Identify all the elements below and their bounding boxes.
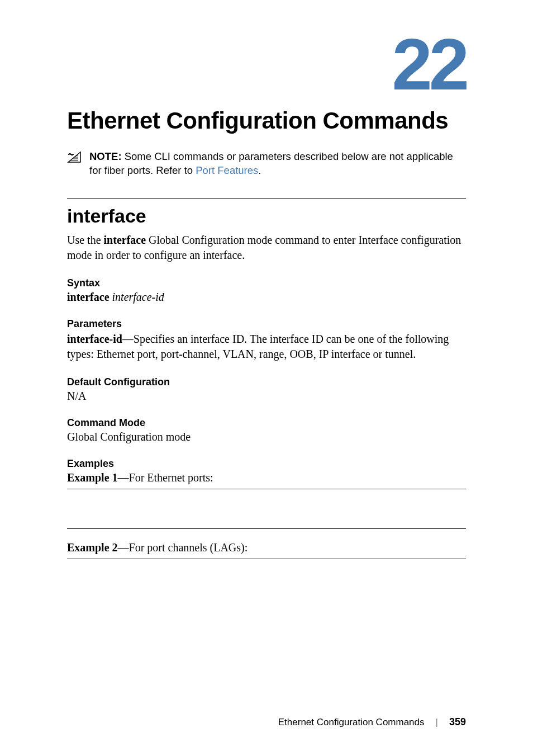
parameters-text: interface-id—Specifies an interface ID. … xyxy=(67,332,466,362)
note-body-after: . xyxy=(258,164,261,176)
syntax-arg: interface-id xyxy=(112,291,164,303)
footer-chapter: Ethernet Configuration Commands xyxy=(278,717,425,728)
default-config-value: N/A xyxy=(67,390,466,403)
example-1-desc: —For Ethernet ports: xyxy=(118,471,213,484)
intro-part1: Use the xyxy=(67,234,104,246)
syntax-command: interface xyxy=(67,291,110,303)
intro-bold: interface xyxy=(104,234,146,246)
note-label: NOTE: xyxy=(89,150,122,162)
example-1-num: Example 1 xyxy=(67,471,118,484)
example-2-num: Example 2 xyxy=(67,541,118,554)
param-desc: —Specifies an interface ID. The interfac… xyxy=(67,333,449,360)
example-1-rule-bottom xyxy=(67,528,466,529)
page-footer: Ethernet Configuration Commands | 359 xyxy=(278,716,466,728)
examples-heading: Examples xyxy=(67,458,466,470)
note-block: NOTE: Some CLI commands or parameters de… xyxy=(67,150,466,178)
default-config-heading: Default Configuration xyxy=(67,376,466,388)
footer-page-number: 359 xyxy=(449,716,466,728)
syntax-line: interface interface-id xyxy=(67,291,466,304)
note-body-before: Some CLI commands or parameters describe… xyxy=(89,150,453,176)
command-mode-value: Global Configuration mode xyxy=(67,431,466,443)
example-1-rule-top xyxy=(67,489,466,489)
parameters-heading: Parameters xyxy=(67,318,466,330)
note-text: NOTE: Some CLI commands or parameters de… xyxy=(89,150,466,178)
section-rule xyxy=(67,198,466,202)
chapter-number: 22 xyxy=(67,28,466,101)
command-mode-heading: Command Mode xyxy=(67,417,466,429)
note-icon xyxy=(67,151,82,163)
section-intro: Use the interface Global Configuration m… xyxy=(67,233,466,263)
example-1-label: Example 1—For Ethernet ports: xyxy=(67,471,466,484)
footer-separator: | xyxy=(436,717,438,728)
example-2-rule-top xyxy=(67,559,466,559)
section-title-interface: interface xyxy=(67,205,466,227)
example-2-label: Example 2—For port channels (LAGs): xyxy=(67,541,466,554)
example-2-desc: —For port channels (LAGs): xyxy=(118,541,248,554)
param-name: interface-id xyxy=(67,333,122,345)
syntax-heading: Syntax xyxy=(67,277,466,289)
port-features-link[interactable]: Port Features xyxy=(196,164,258,176)
chapter-title: Ethernet Configuration Commands xyxy=(67,107,466,134)
